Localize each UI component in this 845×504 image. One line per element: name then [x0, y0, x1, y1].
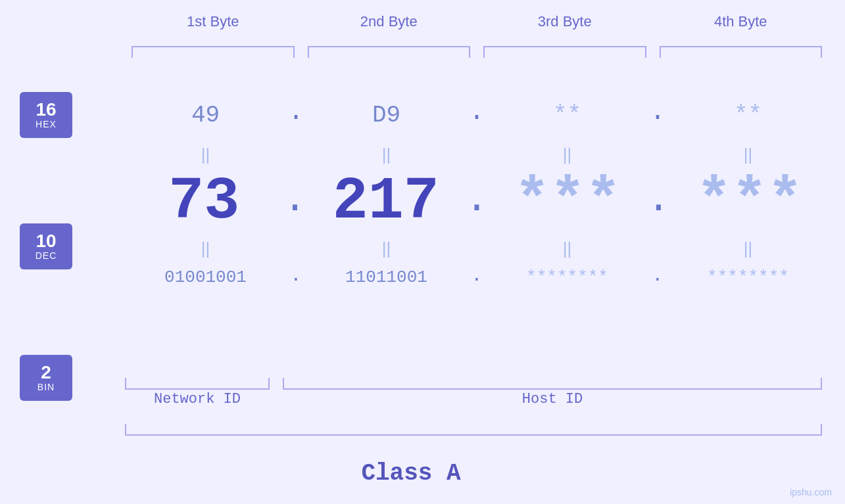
eq1-b1: || [125, 145, 286, 165]
dec-row: 73 . 217 . *** . *** [125, 168, 829, 235]
dec-b4: *** [671, 168, 829, 235]
hex-num: 16 [36, 101, 56, 119]
eq2-b4: || [667, 239, 829, 259]
bin-b3: ******** [487, 267, 648, 287]
hex-label: HEX [36, 119, 57, 129]
dot-dec-1: . [283, 177, 306, 235]
bracket-byte3 [483, 46, 646, 58]
dot-hex-3: . [648, 97, 667, 133]
network-id-bracket [125, 378, 270, 390]
dot-bin-1: . [286, 265, 306, 289]
hex-b2: D9 [306, 102, 467, 129]
bracket-byte4 [660, 46, 823, 58]
byte2-header: 2nd Byte [301, 13, 477, 30]
hex-badge: 16 HEX [20, 92, 72, 138]
class-label: Class A [0, 460, 822, 487]
dec-b1: 73 [125, 168, 283, 235]
eq2-b2: || [306, 239, 467, 259]
byte1-header: 1st Byte [125, 13, 301, 30]
top-brackets [125, 46, 829, 58]
watermark: ipshu.com [790, 487, 832, 497]
bottom-brackets [125, 378, 822, 390]
host-id-label: Host ID [283, 391, 822, 407]
host-id-bracket [283, 378, 822, 390]
dec-b3: *** [489, 168, 646, 235]
dec-label: DEC [36, 250, 57, 261]
bin-num: 2 [41, 363, 51, 382]
bin-label: BIN [37, 382, 55, 392]
dec-b2: 217 [307, 168, 465, 235]
hex-b4: ** [667, 102, 829, 129]
dot-dec-2: . [465, 177, 489, 235]
dot-bin-2: . [467, 265, 487, 289]
dot-hex-2: . [467, 97, 487, 133]
bin-b1: 01001001 [125, 267, 286, 287]
eq1-b4: || [667, 145, 829, 165]
bin-b4: ******** [667, 267, 829, 287]
bin-b2: 11011001 [306, 267, 467, 287]
main-grid: 49 . D9 . ** . ** || || || || [125, 66, 829, 289]
hex-b1: 49 [125, 102, 286, 129]
dot-bin-3: . [648, 265, 667, 289]
eq1-b2: || [306, 145, 467, 165]
eq2-b1: || [125, 239, 286, 259]
hex-b3: ** [487, 102, 648, 129]
ip-diagram: 1st Byte 2nd Byte 3rd Byte 4th Byte 16 H… [0, 0, 845, 504]
byte4-header: 4th Byte [653, 13, 829, 30]
dec-num: 10 [36, 232, 56, 250]
id-labels: Network ID Host ID [125, 391, 822, 407]
byte3-header: 3rd Byte [477, 13, 653, 30]
eq1-b3: || [487, 145, 648, 165]
eq2-b3: || [487, 239, 648, 259]
outer-bracket [125, 424, 822, 436]
network-id-label: Network ID [125, 391, 270, 407]
bin-row: 01001001 . 11011001 . ******** . *******… [125, 265, 829, 289]
base-labels: 16 HEX 10 DEC 2 BIN [20, 92, 72, 401]
bracket-byte2 [308, 46, 471, 58]
equals-row-1: || || || || [125, 145, 829, 165]
dot-hex-1: . [286, 97, 306, 133]
dec-badge: 10 DEC [20, 223, 72, 269]
bin-badge: 2 BIN [20, 355, 72, 401]
bracket-byte1 [132, 46, 295, 58]
byte-headers: 1st Byte 2nd Byte 3rd Byte 4th Byte [125, 13, 829, 30]
equals-row-2: || || || || [125, 239, 829, 259]
dot-dec-3: . [646, 177, 670, 235]
hex-row: 49 . D9 . ** . ** [125, 89, 829, 141]
